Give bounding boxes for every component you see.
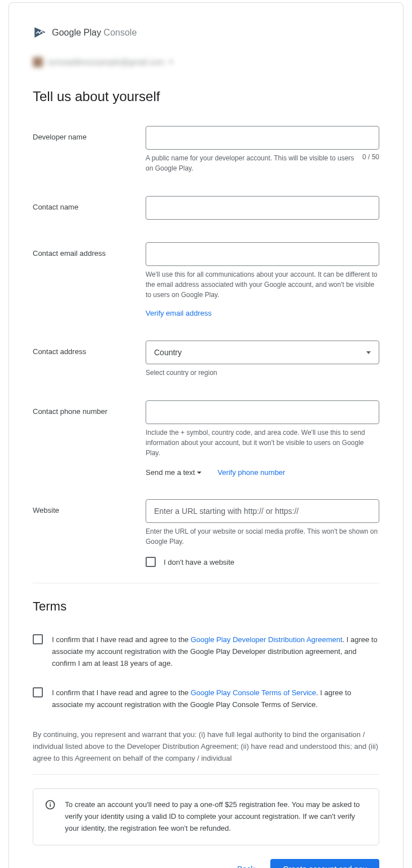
- play-console-icon: [33, 25, 47, 40]
- no-website-checkbox[interactable]: [146, 557, 156, 567]
- term-checkbox-tos[interactable]: [33, 687, 43, 697]
- verify-email-button[interactable]: Verify email address: [146, 309, 212, 317]
- row-developer-name: Developer name A public name for your de…: [33, 126, 379, 173]
- label-developer-name: Developer name: [33, 126, 146, 141]
- distribution-agreement-link[interactable]: Google Play Developer Distribution Agree…: [191, 635, 343, 644]
- send-text-dropdown[interactable]: Send me a text: [146, 468, 201, 477]
- info-box: To create an account you'll need to pay …: [33, 788, 379, 845]
- row-contact-address: Contact address Country Select country o…: [33, 341, 379, 378]
- developer-name-input[interactable]: [146, 126, 379, 150]
- divider: [33, 583, 379, 583]
- row-website: Website Enter the URL of your website or…: [33, 499, 379, 567]
- avatar: [33, 57, 43, 67]
- label-contact-phone: Contact phone number: [33, 400, 146, 416]
- tos-link[interactable]: Google Play Console Terms of Service: [191, 688, 316, 697]
- chevron-down-icon: [366, 351, 371, 354]
- account-selector[interactable]: someaddresssample@gmail.com: [33, 57, 379, 67]
- website-input[interactable]: [146, 499, 379, 523]
- char-counter: 0 / 50: [362, 153, 379, 173]
- page-title: Tell us about yourself: [33, 89, 379, 104]
- helper-contact-email: We'll use this for all communications ab…: [146, 269, 379, 300]
- terms-heading: Terms: [33, 599, 379, 614]
- row-contact-phone: Contact phone number Include the + symbo…: [33, 400, 379, 477]
- svg-rect-2: [50, 802, 51, 804]
- create-account-button[interactable]: Create account and pay: [270, 859, 379, 868]
- svg-rect-1: [50, 804, 51, 807]
- brand-row: Google Play Console: [33, 25, 379, 40]
- contact-name-input[interactable]: [146, 196, 379, 220]
- info-text: To create an account you'll need to pay …: [65, 799, 367, 834]
- helper-contact-phone: Include the + symbol, country code, and …: [146, 428, 379, 458]
- helper-website: Enter the URL of your website or social …: [146, 526, 379, 547]
- contact-phone-input[interactable]: [146, 400, 379, 424]
- divider: [33, 774, 379, 775]
- row-contact-name: Contact name: [33, 196, 379, 220]
- term-text-tos: I confirm that I have read and agree to …: [52, 687, 379, 711]
- helper-developer-name: A public name for your developer account…: [146, 153, 356, 173]
- term-row-distribution: I confirm that I have read and agree to …: [33, 634, 379, 669]
- legal-disclaimer: By continuing, you represent and warrant…: [33, 729, 379, 764]
- label-contact-address: Contact address: [33, 341, 146, 356]
- helper-contact-address: Select country or region: [146, 368, 379, 378]
- country-select[interactable]: Country: [146, 341, 379, 364]
- term-checkbox-distribution[interactable]: [33, 634, 43, 644]
- verify-phone-button[interactable]: Verify phone number: [217, 468, 285, 477]
- label-website: Website: [33, 499, 146, 514]
- term-text-distribution: I confirm that I have read and agree to …: [52, 634, 379, 669]
- brand-text: Google Play Console: [52, 28, 137, 38]
- footer-actions: Back Create account and pay: [33, 859, 379, 868]
- contact-email-input[interactable]: [146, 242, 379, 266]
- info-icon: [45, 799, 56, 810]
- setup-card: Google Play Console someaddresssample@gm…: [8, 2, 404, 868]
- chevron-down-icon: [197, 472, 201, 474]
- term-row-tos: I confirm that I have read and agree to …: [33, 687, 379, 711]
- label-contact-email: Contact email address: [33, 242, 146, 258]
- account-email: someaddresssample@gmail.com: [47, 58, 164, 67]
- country-select-value: Country: [154, 348, 182, 357]
- no-website-label: I don't have a website: [164, 558, 234, 566]
- label-contact-name: Contact name: [33, 196, 146, 211]
- chevron-down-icon: [169, 61, 173, 63]
- row-contact-email: Contact email address We'll use this for…: [33, 242, 379, 318]
- back-button[interactable]: Back: [235, 860, 257, 868]
